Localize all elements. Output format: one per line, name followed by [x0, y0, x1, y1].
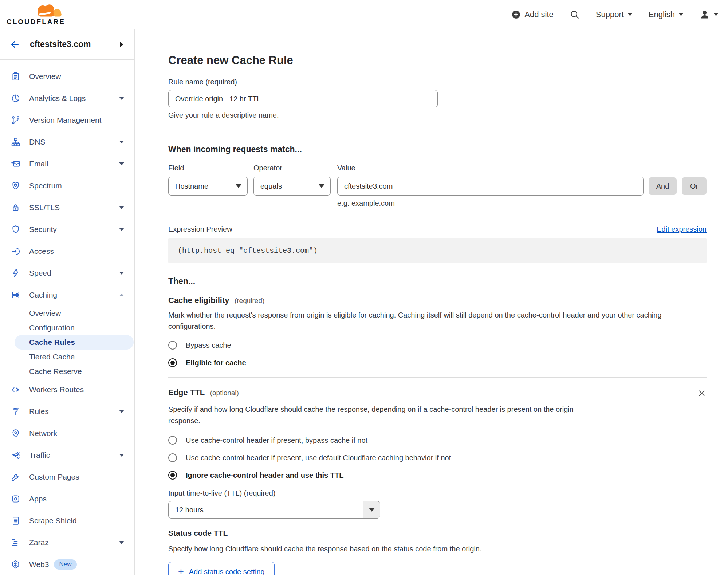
radio-option-eligible-for-cache[interactable]: Eligible for cache — [168, 358, 707, 367]
search-button[interactable] — [570, 9, 580, 20]
cache-eligibility-heading-row: Cache eligibility (required) — [168, 296, 707, 305]
sidebar-item-ssl-tls[interactable]: SSL/TLS — [0, 197, 134, 218]
radio-unselected-icon[interactable] — [168, 341, 177, 350]
security-icon — [11, 225, 20, 234]
network-icon — [11, 429, 20, 438]
sidebar-item-apps[interactable]: Apps — [0, 488, 134, 510]
site-header: cftestsite3.com — [0, 29, 134, 60]
radio-option-use-cache-control-header-if-present-use-default-cloudflare-caching-behavior-if-not[interactable]: Use cache-control header if present, use… — [168, 453, 707, 462]
chevron-down-icon[interactable] — [119, 454, 124, 457]
chevron-down-icon[interactable] — [119, 272, 124, 275]
sidebar-item-analytics-logs[interactable]: Analytics & Logs — [0, 87, 134, 109]
sidebar-item-web3[interactable]: Web3New — [0, 554, 134, 575]
value-input[interactable] — [337, 177, 644, 196]
rule-name-input[interactable] — [168, 90, 438, 107]
page-title: Create new Cache Rule — [168, 53, 707, 68]
sidebar-item-caching[interactable]: Caching — [0, 284, 134, 306]
sidebar-item-dns[interactable]: DNS — [0, 131, 134, 153]
sidebar-item-label: Version Management — [29, 116, 101, 125]
email-icon — [11, 159, 20, 169]
divider — [168, 377, 707, 378]
chevron-down-icon — [678, 13, 684, 16]
account-menu[interactable] — [700, 9, 719, 20]
sidebar-item-zaraz[interactable]: Zaraz — [0, 532, 134, 554]
sidebar-item-spectrum[interactable]: Spectrum — [0, 175, 134, 197]
sidebar-subitem-cache-reserve[interactable]: Cache Reserve — [0, 364, 134, 379]
operator-select[interactable]: equals — [253, 177, 331, 196]
field-select[interactable]: Hostname — [168, 177, 248, 196]
close-icon[interactable] — [697, 389, 707, 399]
chevron-down-icon[interactable] — [119, 541, 124, 544]
chevron-down-icon — [627, 13, 633, 16]
sidebar-item-label: Scrape Shield — [29, 516, 77, 525]
edge-ttl-description: Specify if and how long Cloudflare shoul… — [168, 404, 602, 426]
rules-icon — [11, 407, 20, 416]
chevron-down-icon[interactable] — [363, 501, 380, 518]
sidebar-item-email[interactable]: Email — [0, 153, 134, 175]
sidebar-subitem-tiered-cache[interactable]: Tiered Cache — [0, 350, 134, 364]
scrape-icon — [11, 516, 20, 525]
sidebar-item-rules[interactable]: Rules — [0, 401, 134, 422]
chevron-down-icon[interactable] — [119, 97, 124, 100]
sidebar-subitem-cache-rules[interactable]: Cache Rules — [15, 335, 134, 350]
rule-name-helper: Give your rule a descriptive name. — [168, 111, 707, 119]
cloudflare-wordmark: CLOUDFLARE — [7, 18, 65, 26]
back-arrow-icon[interactable] — [9, 39, 20, 50]
chevron-down-icon[interactable] — [119, 162, 124, 165]
add-site-button[interactable]: Add site — [511, 10, 554, 19]
edge-ttl-optional: (optional) — [210, 389, 239, 397]
chevron-down-icon — [713, 13, 719, 16]
sidebar-subitem-configuration[interactable]: Configuration — [0, 320, 134, 335]
spectrum-icon — [11, 181, 20, 190]
ttl-select[interactable]: 12 hours — [168, 501, 380, 519]
radio-unselected-icon[interactable] — [168, 436, 177, 445]
sidebar-item-access[interactable]: Access — [0, 240, 134, 262]
radio-option-label: Bypass cache — [186, 341, 231, 350]
then-heading: Then... — [168, 276, 707, 286]
sidebar-item-version-management[interactable]: Version Management — [0, 109, 134, 131]
sidebar-item-custom-pages[interactable]: Custom Pages — [0, 466, 134, 488]
dns-icon — [11, 137, 20, 147]
sidebar-item-network[interactable]: Network — [0, 422, 134, 444]
status-code-ttl-heading: Status code TTL — [168, 529, 707, 537]
support-menu[interactable]: Support — [596, 10, 633, 19]
value-helper: e.g. example.com — [337, 199, 707, 208]
add-status-code-button[interactable]: + Add status code setting — [168, 562, 275, 575]
radio-unselected-icon[interactable] — [168, 453, 177, 462]
sidebar-item-label: Web3 — [29, 560, 49, 569]
sidebar-item-scrape-shield[interactable]: Scrape Shield — [0, 510, 134, 532]
cloudflare-logo: CLOUDFLARE — [7, 1, 65, 28]
sidebar-item-security[interactable]: Security — [0, 218, 134, 240]
web3-icon — [11, 560, 20, 569]
analytics-icon — [11, 94, 20, 103]
radio-option-label: Use cache-control header if present, use… — [186, 454, 451, 462]
chevron-down-icon[interactable] — [119, 206, 124, 209]
chevron-down-icon[interactable] — [119, 141, 124, 143]
radio-option-label: Use cache-control header if present, byp… — [186, 436, 367, 445]
sidebar-item-speed[interactable]: Speed — [0, 262, 134, 284]
sidebar-item-overview[interactable]: Overview — [0, 66, 134, 87]
radio-option-use-cache-control-header-if-present-bypass-cache-if-not[interactable]: Use cache-control header if present, byp… — [168, 436, 707, 445]
match-heading: When incoming requests match... — [168, 145, 707, 154]
chevron-up-icon[interactable] — [119, 294, 124, 296]
and-button[interactable]: And — [649, 177, 677, 195]
radio-option-bypass-cache[interactable]: Bypass cache — [168, 341, 707, 350]
language-menu[interactable]: English — [649, 10, 684, 19]
site-switcher-caret-icon[interactable] — [120, 42, 123, 47]
chevron-down-icon[interactable] — [119, 410, 124, 413]
chevron-down-icon[interactable] — [119, 228, 124, 231]
workers-icon — [11, 385, 20, 394]
sidebar-item-label: Network — [29, 429, 57, 438]
sidebar-item-workers-routes[interactable]: Workers Routes — [0, 379, 134, 401]
sidebar-subitem-overview[interactable]: Overview — [0, 306, 134, 320]
top-navigation: Add site Support English — [511, 9, 719, 20]
sidebar-item-label: Caching — [29, 291, 57, 299]
radio-selected-icon[interactable] — [168, 358, 177, 367]
edit-expression-link[interactable]: Edit expression — [657, 225, 707, 233]
radio-option-ignore-cache-control-header-and-use-this-ttl[interactable]: Ignore cache-control header and use this… — [168, 471, 707, 480]
ttl-selected-value: 12 hours — [169, 501, 363, 518]
sidebar-item-traffic[interactable]: Traffic — [0, 444, 134, 466]
radio-selected-icon[interactable] — [168, 471, 177, 480]
or-button[interactable]: Or — [682, 177, 707, 195]
custompages-icon — [11, 472, 20, 482]
